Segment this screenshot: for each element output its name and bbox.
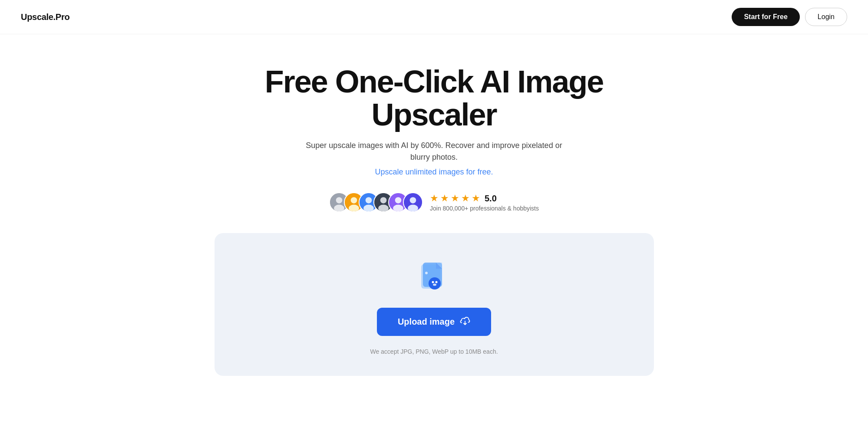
- star-icon: ★: [451, 193, 459, 204]
- star-icon: ★: [461, 193, 470, 204]
- svg-point-23: [435, 281, 437, 283]
- svg-point-14: [393, 205, 403, 212]
- svg-point-17: [408, 205, 418, 212]
- upload-image-button[interactable]: Upload image: [377, 308, 491, 336]
- svg-point-4: [351, 197, 357, 204]
- document-ghost-icon: [417, 261, 452, 296]
- svg-point-21: [429, 277, 441, 289]
- hero-link[interactable]: Upscale unlimited images for free.: [375, 168, 493, 177]
- svg-point-10: [380, 197, 387, 204]
- navbar: Upscale.Pro Start for Free Login: [0, 0, 868, 34]
- upload-hint: We accept JPG, PNG, WebP up to 10MB each…: [370, 348, 498, 355]
- svg-point-22: [432, 281, 434, 283]
- svg-point-11: [378, 205, 389, 212]
- upload-button-label: Upload image: [398, 317, 455, 327]
- svg-point-24: [433, 284, 436, 286]
- svg-point-13: [395, 197, 402, 204]
- svg-point-8: [363, 205, 374, 212]
- upload-illustration: [417, 261, 452, 296]
- rating-label: Join 800,000+ professionals & hobbyists: [430, 205, 539, 212]
- avatar: [403, 192, 423, 212]
- rating-block: ★ ★ ★ ★ ★ 5.0 Join 800,000+ professional…: [430, 193, 539, 212]
- stars-row: ★ ★ ★ ★ ★ 5.0: [430, 193, 497, 204]
- upload-cloud-icon: [460, 316, 470, 328]
- upload-section: Upload image We accept JPG, PNG, WebP up…: [204, 233, 664, 376]
- avatar-group: [329, 192, 423, 212]
- svg-point-2: [334, 205, 344, 212]
- star-icon: ★: [440, 193, 449, 204]
- upload-dropzone[interactable]: Upload image We accept JPG, PNG, WebP up…: [215, 233, 654, 376]
- logo: Upscale.Pro: [21, 12, 69, 22]
- rating-number: 5.0: [485, 194, 497, 204]
- hero-title: Free One-Click AI Image Upscaler: [239, 66, 630, 131]
- start-for-free-button[interactable]: Start for Free: [732, 8, 799, 26]
- svg-point-5: [349, 205, 359, 212]
- svg-point-7: [366, 197, 372, 204]
- star-icon: ★: [430, 193, 439, 204]
- login-button[interactable]: Login: [805, 8, 847, 26]
- svg-rect-20: [436, 263, 442, 269]
- social-proof: ★ ★ ★ ★ ★ 5.0 Join 800,000+ professional…: [329, 192, 539, 212]
- svg-point-25: [425, 272, 428, 274]
- hero-subtitle: Super upscale images with AI by 600%. Re…: [304, 140, 564, 163]
- svg-point-1: [336, 197, 343, 204]
- nav-actions: Start for Free Login: [732, 8, 847, 26]
- svg-point-16: [410, 197, 416, 204]
- star-icon: ★: [472, 193, 480, 204]
- hero-section: Free One-Click AI Image Upscaler Super u…: [0, 34, 868, 397]
